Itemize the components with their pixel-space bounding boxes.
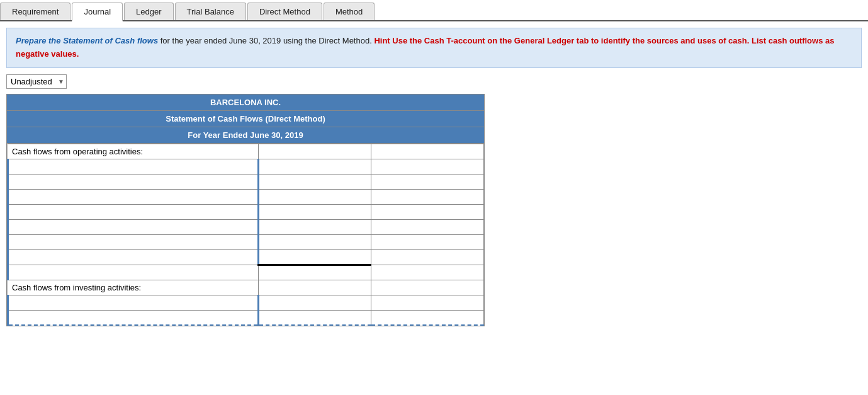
op-label-1[interactable] [13, 162, 254, 171]
table-title-period: For Year Ended June 30, 2019 [7, 127, 484, 144]
table-row [8, 189, 484, 204]
table-row [8, 295, 484, 310]
table-row [8, 265, 484, 280]
op-amount-2[interactable] [263, 177, 367, 186]
op-label-5[interactable] [13, 222, 254, 232]
cash-flow-data-table: Cash flows from operating activities: [7, 144, 484, 326]
table-title-company: BARCELONA INC. [7, 94, 484, 111]
op-amount-1[interactable] [263, 162, 367, 171]
inv-label-1[interactable] [13, 298, 254, 307]
table-row [8, 174, 484, 189]
tab-trial-balance[interactable]: Trial Balance [175, 3, 246, 20]
op-label-6[interactable] [13, 238, 254, 247]
tab-requirement[interactable]: Requirement [0, 3, 70, 20]
op-label-4[interactable] [13, 207, 254, 217]
instruction-box: Prepare the Statement of Cash flows for … [6, 28, 862, 68]
tab-bar: Requirement Journal Ledger Trial Balance… [0, 0, 868, 21]
table-row [8, 249, 484, 265]
op-label-2[interactable] [13, 177, 254, 186]
dropdown-area: Unadjusted Adjusted ▼ [6, 74, 862, 89]
inv-amount-2[interactable] [263, 312, 367, 322]
operating-section-header: Cash flows from operating activities: [8, 144, 484, 159]
inv-amount-1[interactable] [263, 298, 367, 307]
instruction-italic: Prepare the Statement of Cash flows [16, 36, 158, 45]
op-amount-6[interactable] [263, 238, 367, 247]
inv-label-2[interactable] [13, 312, 254, 322]
investing-section-header: Cash flows from investing activities: [8, 280, 484, 295]
table-row [8, 310, 484, 325]
op-amount-4[interactable] [263, 207, 367, 217]
operating-label: Cash flows from operating activities: [8, 144, 259, 159]
tab-direct-method[interactable]: Direct Method [247, 3, 322, 20]
op-amount-3[interactable] [263, 192, 367, 202]
cash-flow-table-container: BARCELONA INC. Statement of Cash Flows (… [6, 94, 485, 327]
unadjusted-dropdown[interactable]: Unadjusted Adjusted [6, 74, 67, 89]
investing-label: Cash flows from investing activities: [8, 280, 259, 295]
tab-journal[interactable]: Journal [72, 3, 123, 21]
op-amount-5[interactable] [263, 222, 367, 232]
table-title-statement: Statement of Cash Flows (Direct Method) [7, 111, 484, 127]
table-row [8, 234, 484, 249]
table-row [8, 219, 484, 234]
tab-method[interactable]: Method [324, 3, 375, 20]
op-amount-7[interactable] [263, 252, 367, 261]
table-row [8, 204, 484, 219]
table-row [8, 159, 484, 174]
dropdown-wrapper[interactable]: Unadjusted Adjusted ▼ [6, 74, 67, 89]
op-label-8[interactable] [13, 268, 254, 277]
op-label-3[interactable] [13, 192, 254, 202]
tab-ledger[interactable]: Ledger [124, 3, 173, 20]
op-label-7[interactable] [13, 253, 254, 262]
